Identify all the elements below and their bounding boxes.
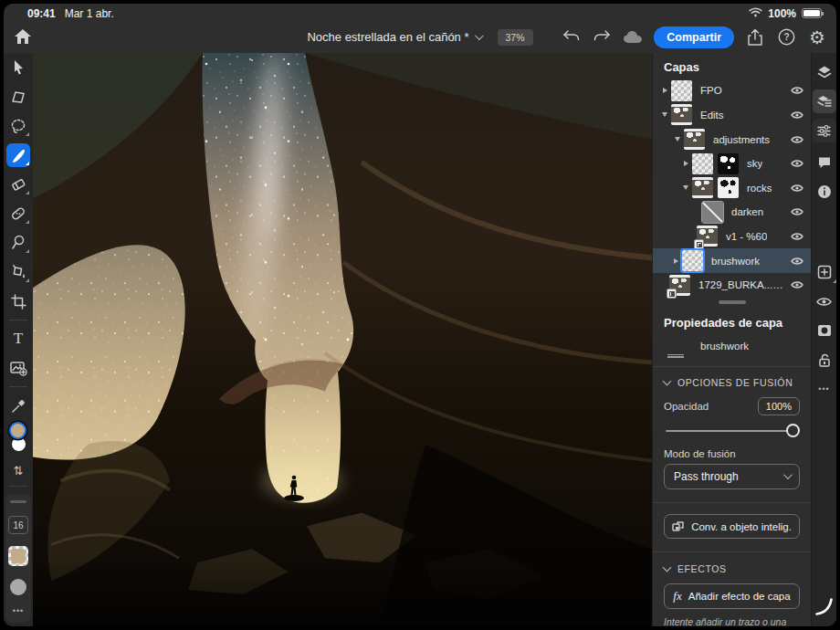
undo-button[interactable] (561, 27, 581, 47)
smart-object-thumbnail[interactable] (697, 226, 718, 247)
layers-stack-icon[interactable] (813, 60, 836, 84)
blend-mode-select[interactable]: Pass through (664, 464, 800, 489)
place-photo-tool[interactable] (4, 353, 33, 383)
layer-row-edits[interactable]: Edits (653, 103, 811, 128)
fill-tool[interactable] (4, 257, 33, 287)
visibility-eye-icon[interactable] (791, 207, 803, 217)
submenu-indicator (26, 220, 29, 224)
visibility-eye-icon[interactable] (791, 110, 803, 120)
slider-knob[interactable] (786, 424, 800, 437)
smart-object-badge (667, 289, 677, 299)
healing-brush-tool[interactable] (4, 199, 33, 228)
zoom-level-badge[interactable]: 37% (498, 29, 533, 46)
eraser-tool[interactable] (4, 170, 33, 199)
layer-thumbnail[interactable] (684, 129, 705, 150)
layer-row-1729[interactable]: 1729_BURKA...anced-NR33 (653, 273, 811, 298)
layer-thumbnail[interactable] (671, 80, 692, 101)
visibility-eye-icon[interactable] (791, 134, 803, 144)
collapse-icon[interactable] (675, 137, 680, 142)
brush-tip-preview[interactable] (10, 579, 26, 595)
visibility-eye-icon[interactable] (791, 280, 803, 290)
add-layer-button[interactable] (813, 260, 836, 284)
layer-row-sky[interactable]: sky (653, 152, 811, 176)
expand-icon[interactable] (684, 161, 688, 166)
layer-mask-thumbnail[interactable] (718, 177, 739, 198)
filters-panel-button[interactable] (813, 119, 836, 142)
collapse-icon[interactable] (683, 185, 688, 190)
opacity-slider[interactable] (666, 424, 798, 437)
submenu-indicator (833, 279, 836, 283)
panel-resize-handle[interactable] (653, 297, 811, 307)
layer-visibility-button[interactable] (813, 289, 836, 313)
more-options-button[interactable]: ••• (13, 606, 24, 615)
effects-header[interactable]: EFECTOS (653, 552, 811, 574)
more-panels-button[interactable]: ••• (813, 377, 836, 401)
layer-row-adjustments[interactable]: adjustments (653, 127, 811, 152)
collapse-icon[interactable] (662, 112, 667, 117)
type-tool[interactable]: T (4, 324, 33, 353)
visibility-eye-icon[interactable] (791, 256, 803, 266)
layer-thumbnail[interactable] (682, 250, 703, 271)
layer-thumbnail[interactable] (692, 153, 713, 174)
brush-color-swatch[interactable] (8, 546, 28, 566)
layer-properties-panel-button[interactable] (813, 89, 836, 113)
visibility-eye-icon[interactable] (791, 183, 803, 193)
canvas-artwork (33, 53, 652, 626)
crop-tool[interactable] (4, 287, 33, 316)
toolbar-divider (9, 386, 27, 387)
properties-layer-row: brushwork (653, 335, 811, 357)
visibility-eye-icon[interactable] (791, 231, 803, 241)
layer-mask-button[interactable] (813, 319, 836, 342)
layer-row-v1[interactable]: v1 - %60 (653, 225, 811, 249)
move-tool[interactable] (4, 53, 33, 82)
title-chevron-icon[interactable] (474, 31, 483, 40)
layer-name: 1729_BURKA...anced-NR33 (698, 279, 787, 290)
toolbar-divider (9, 320, 27, 320)
blend-mode-label: Modo de fusión (653, 437, 811, 464)
layer-mask-thumbnail[interactable] (718, 153, 739, 174)
expand-icon[interactable] (674, 258, 678, 264)
settings-gear-icon[interactable]: ⚙ (807, 27, 827, 47)
document-canvas[interactable] (33, 53, 652, 626)
layer-thumbnail[interactable] (671, 104, 692, 125)
add-layer-effect-button[interactable]: fx Añadir efecto de capa (664, 583, 800, 609)
foreground-color-swatch[interactable] (9, 422, 26, 439)
swap-colors-button[interactable]: ⇅ (4, 458, 33, 482)
redo-button[interactable] (592, 27, 612, 47)
divider (653, 502, 811, 503)
transform-tool[interactable] (4, 82, 33, 111)
submenu-indicator (26, 132, 29, 136)
expand-icon[interactable] (663, 88, 667, 93)
lasso-select-tool[interactable] (4, 111, 33, 141)
layer-name: v1 - %60 (726, 231, 767, 242)
export-icon[interactable] (745, 27, 765, 47)
lock-layer-button[interactable] (813, 348, 836, 372)
info-panel-button[interactable] (813, 180, 836, 204)
layer-row-fpo[interactable]: FPO (653, 79, 811, 103)
brush-tool-selected[interactable] (4, 141, 33, 170)
clone-stamp-tool[interactable] (4, 228, 33, 257)
layer-row-rocks[interactable]: rocks (653, 175, 811, 200)
comments-panel-button[interactable] (813, 151, 836, 174)
opacity-value-field[interactable]: 100% (758, 397, 800, 415)
adjustment-curve-thumbnail[interactable] (702, 202, 723, 223)
blend-options-header[interactable]: OPCIONES DE FUSIÓN (653, 366, 811, 388)
layer-row-darken[interactable]: darken (653, 200, 811, 225)
layer-thumbnail[interactable] (692, 177, 713, 198)
layer-name: adjustments (713, 134, 770, 145)
visibility-eye-icon[interactable] (791, 159, 803, 169)
smart-object-thumbnail[interactable] (669, 275, 690, 296)
help-button[interactable]: ? (776, 27, 796, 47)
fx-icon: fx (673, 589, 681, 604)
brush-options-panel: 16 ••• (5, 494, 31, 623)
brush-size-field[interactable]: 16 (8, 516, 28, 534)
cloud-sync-icon[interactable] (623, 27, 643, 47)
convert-smart-object-button[interactable]: Conv. a objeto intelig. (664, 514, 800, 540)
visibility-eye-icon[interactable] (791, 86, 803, 96)
eyedropper-tool[interactable] (4, 391, 33, 420)
document-title[interactable]: Noche estrellada en el cañón * (307, 30, 468, 44)
layer-row-brushwork-selected[interactable]: brushwork (653, 248, 811, 273)
share-button[interactable]: Compartir (654, 26, 734, 48)
submenu-indicator (26, 278, 29, 282)
panel-grab-handle[interactable] (10, 500, 26, 503)
